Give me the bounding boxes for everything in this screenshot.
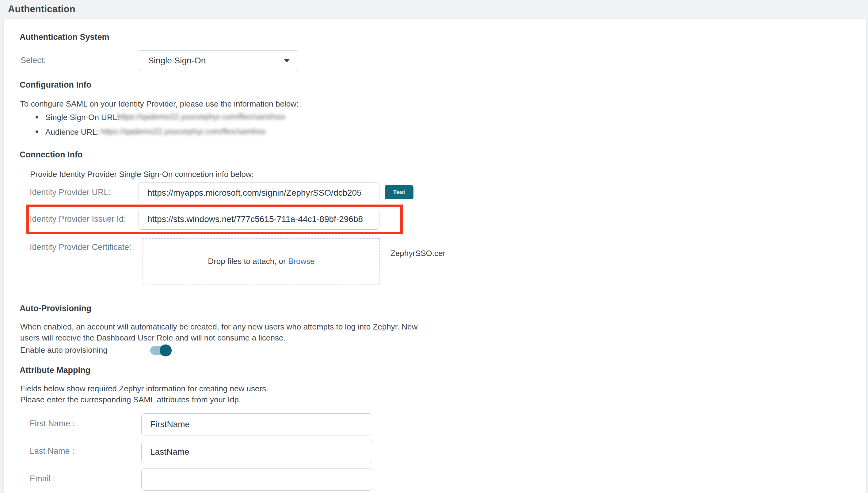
auth-system-select-value: Single Sign-On: [148, 56, 284, 66]
auto-provisioning-heading: Auto-Provisioning: [20, 304, 91, 313]
auth-system-select[interactable]: Single Sign-On: [138, 50, 298, 71]
last-name-input[interactable]: [141, 441, 372, 463]
audience-url-redacted-value: https://qademo22.yourzephyr.com/flex/sam…: [101, 127, 265, 136]
browse-link[interactable]: Browse: [288, 257, 315, 266]
auto-provisioning-description-line1: When enabled, an account will automatica…: [20, 322, 418, 331]
first-name-input[interactable]: [141, 413, 372, 435]
issuer-id-label: Identity Provider Issuer Id:: [30, 214, 126, 224]
certificate-file-name: ZephyrSSO.cer: [390, 249, 445, 258]
dropzone-text: Drop files to attach, or Browse: [208, 257, 315, 266]
last-name-label: Last Name :: [30, 447, 75, 456]
bullet-icon: [36, 116, 38, 119]
enable-auto-provisioning-label: Enable auto provisioning: [20, 345, 107, 355]
authentication-system-heading: Authentication System: [20, 33, 109, 42]
idp-url-label: Identity Provider URL:: [30, 188, 110, 197]
certificate-label: Identity Provider Certificate:: [30, 242, 132, 252]
toggle-knob: [160, 344, 171, 357]
dropzone-instruction: Drop files to attach, or: [208, 257, 286, 266]
configuration-info-description: To configure SAML on your Identity Provi…: [20, 99, 299, 109]
email-label: Email :: [30, 474, 55, 484]
email-input[interactable]: [141, 469, 372, 491]
bullet-icon: [36, 130, 38, 133]
test-button-label: Test: [393, 189, 405, 196]
attribute-mapping-description-line1: Fields below show required Zephyr inform…: [20, 384, 268, 393]
idp-url-input[interactable]: [139, 183, 380, 203]
audience-url-label: Audience URL:: [45, 127, 99, 137]
certificate-dropzone[interactable]: Drop files to attach, or Browse: [143, 238, 380, 284]
auto-provisioning-toggle[interactable]: [150, 346, 170, 355]
authentication-settings-page: Authentication Authentication System Sel…: [0, 0, 868, 493]
attribute-mapping-description-line2: Please enter the curresponding SAML attr…: [20, 395, 241, 405]
test-button[interactable]: Test: [385, 185, 413, 199]
sso-url-label: Single Sign-On URL:: [45, 113, 119, 122]
auto-provisioning-description-line2: users will receive the Dashboard User Ro…: [20, 333, 286, 343]
configuration-info-heading: Configuration Info: [20, 80, 91, 90]
connection-info-description: Provide Identity Provider Single Sign-On…: [30, 170, 254, 179]
page-title: Authentication: [8, 4, 75, 15]
select-label: Select:: [21, 56, 46, 65]
attribute-mapping-heading: Attribute Mapping: [20, 366, 90, 375]
sso-url-redacted-value: https://qademo22.yourzephyr.com/flex/sam…: [117, 112, 286, 122]
connection-info-heading: Connection Info: [20, 150, 82, 159]
chevron-down-icon: [284, 59, 290, 62]
first-name-label: First Name :: [30, 419, 75, 428]
issuer-id-input[interactable]: [139, 209, 380, 230]
